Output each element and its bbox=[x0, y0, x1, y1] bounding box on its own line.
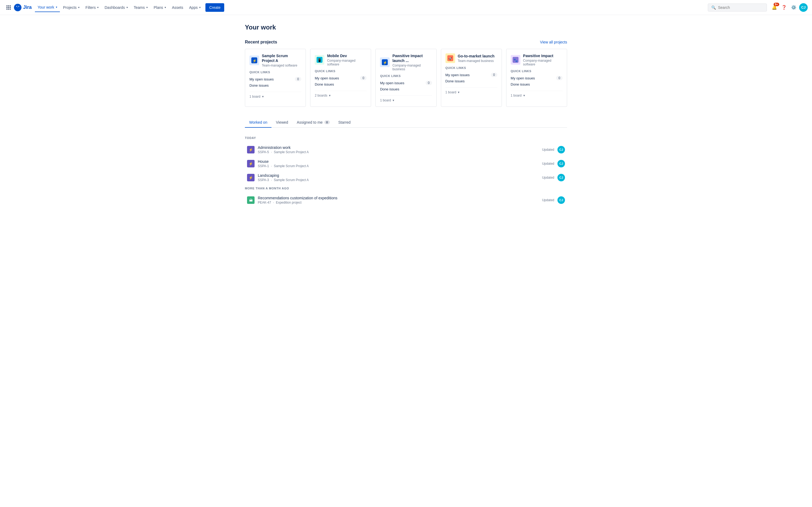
project-card-pil[interactable]: ⚡ Pawsitive Impact launch ... Company-ma… bbox=[375, 49, 436, 107]
work-item-status: Updated bbox=[542, 176, 554, 179]
work-item-info: House SSPA-1 · Sample Scrum Project A bbox=[258, 159, 542, 168]
my-open-issues-link[interactable]: My open issues 0 bbox=[249, 76, 301, 82]
boards-chevron: ▾ bbox=[393, 99, 394, 102]
project-card-gtm[interactable]: 🚀 Go-to-market launch Team-managed busin… bbox=[441, 49, 502, 107]
boards-chevron: ▾ bbox=[458, 91, 459, 94]
section-title: Recent projects bbox=[245, 40, 277, 45]
work-section-label: MORE THAN A MONTH AGO bbox=[245, 184, 567, 191]
quick-links-label: QUICK LINKS bbox=[446, 66, 497, 69]
project-boards[interactable]: 1 board ▾ bbox=[511, 91, 563, 97]
notifications-button[interactable]: 🔔 9+ bbox=[770, 3, 779, 12]
work-sections: TODAY ⚡ Administration work SSPA-5 · Sam… bbox=[245, 134, 567, 207]
my-open-issues-link[interactable]: My open issues 0 bbox=[446, 72, 497, 78]
svg-rect-6 bbox=[6, 9, 7, 10]
navbar: Jira Your work ▾Projects ▾Filters ▾Dashb… bbox=[0, 0, 812, 15]
help-button[interactable]: ❓ bbox=[780, 3, 789, 12]
nav-item-projects[interactable]: Projects ▾ bbox=[60, 3, 83, 12]
grid-menu-icon[interactable] bbox=[4, 3, 13, 12]
work-item-avatar: CJ bbox=[557, 174, 565, 181]
work-item-right: Updated CJ bbox=[542, 196, 565, 204]
boards-label: 1 board bbox=[511, 94, 522, 97]
work-item-name: Landscaping bbox=[258, 173, 542, 178]
nav-item-apps[interactable]: Apps ▾ bbox=[186, 3, 203, 12]
tab-starred[interactable]: Starred bbox=[334, 117, 355, 128]
work-item-sspa-1[interactable]: ⚡ House SSPA-1 · Sample Scrum Project A … bbox=[245, 157, 567, 171]
project-header: 🚀 Go-to-market launch Team-managed busin… bbox=[446, 53, 497, 63]
tab-assigned-to-me[interactable]: Assigned to me0 bbox=[292, 117, 334, 128]
page-title: Your work bbox=[245, 23, 567, 31]
project-card-pi[interactable]: 🐾 Pawsitive Impact Company-managed softw… bbox=[506, 49, 567, 107]
work-item-sspa-3[interactable]: ⚡ Landscaping SSPA-3 · Sample Scrum Proj… bbox=[245, 171, 567, 184]
quick-links-label: QUICK LINKS bbox=[249, 70, 301, 74]
my-open-issues-count: 0 bbox=[295, 77, 301, 81]
project-type: Company-managed business bbox=[392, 64, 432, 71]
work-item-icon-symbol: ⚡ bbox=[249, 162, 253, 166]
project-card-sspa[interactable]: ⚡ Sample Scrum Project A Team-managed so… bbox=[245, 49, 306, 107]
nav-item-teams[interactable]: Teams ▾ bbox=[131, 3, 150, 12]
main-content: Your work Recent projects View all proje… bbox=[234, 15, 578, 216]
work-item-peak-47[interactable]: 🏔 Recommendations customization of exped… bbox=[245, 193, 567, 207]
search-input[interactable] bbox=[718, 5, 763, 10]
settings-button[interactable]: ⚙️ bbox=[790, 3, 798, 12]
project-name: Sample Scrum Project A bbox=[262, 53, 301, 63]
my-open-issues-link[interactable]: My open issues 0 bbox=[511, 75, 563, 81]
work-item-project: Sample Scrum Project A bbox=[274, 164, 309, 168]
done-issues-link[interactable]: Done issues bbox=[380, 86, 432, 92]
project-card-mobiledev[interactable]: 📱 Mobile Dev Company-managed software QU… bbox=[310, 49, 371, 107]
work-item-key: SSPA-3 bbox=[258, 178, 269, 182]
work-item-meta: SSPA-3 · Sample Scrum Project A bbox=[258, 178, 542, 182]
work-item-icon: ⚡ bbox=[247, 146, 255, 154]
work-item-avatar: CJ bbox=[557, 160, 565, 167]
work-item-separator: · bbox=[271, 164, 272, 168]
my-open-issues-link[interactable]: My open issues 0 bbox=[315, 75, 366, 81]
done-issues-link[interactable]: Done issues bbox=[446, 78, 497, 84]
svg-text:⚡: ⚡ bbox=[383, 61, 388, 65]
search-icon: 🔍 bbox=[711, 5, 716, 10]
project-icon: 🚀 bbox=[446, 53, 455, 63]
tab-viewed[interactable]: Viewed bbox=[271, 117, 292, 128]
project-header: 🐾 Pawsitive Impact Company-managed softw… bbox=[511, 53, 563, 66]
tabs-row: Worked onViewedAssigned to me0Starred bbox=[245, 117, 567, 127]
work-item-icon-symbol: ⚡ bbox=[249, 176, 253, 180]
nav-item-assets[interactable]: Assets bbox=[169, 3, 186, 12]
work-item-icon: ⚡ bbox=[247, 160, 255, 167]
done-issues-link[interactable]: Done issues bbox=[315, 81, 366, 88]
recent-projects-section: Recent projects View all projects ⚡ Samp… bbox=[245, 40, 567, 107]
project-boards[interactable]: 1 board ▾ bbox=[249, 92, 301, 99]
boards-label: 1 board bbox=[380, 99, 391, 102]
project-boards[interactable]: 2 boards ▾ bbox=[315, 91, 366, 97]
my-open-issues-link[interactable]: My open issues 0 bbox=[380, 80, 432, 86]
boards-chevron: ▾ bbox=[329, 94, 331, 97]
done-issues-link[interactable]: Done issues bbox=[249, 82, 301, 89]
done-issues-text: Done issues bbox=[446, 79, 465, 83]
search-bar[interactable]: 🔍 bbox=[708, 3, 767, 11]
create-button[interactable]: Create bbox=[205, 3, 224, 12]
my-open-issues-text: My open issues bbox=[249, 77, 273, 81]
boards-chevron: ▾ bbox=[523, 94, 525, 97]
nav-item-plans[interactable]: Plans ▾ bbox=[151, 3, 169, 12]
user-avatar[interactable]: CJ bbox=[799, 3, 808, 12]
nav-item-filters[interactable]: Filters ▾ bbox=[83, 3, 101, 12]
done-issues-link[interactable]: Done issues bbox=[511, 81, 563, 88]
quick-links-label: QUICK LINKS bbox=[511, 69, 563, 73]
work-item-name: House bbox=[258, 159, 542, 164]
svg-text:🚀: 🚀 bbox=[448, 57, 452, 61]
project-type: Company-managed software bbox=[327, 59, 366, 66]
tab-label: Worked on bbox=[249, 120, 267, 124]
project-boards[interactable]: 1 board ▾ bbox=[446, 88, 497, 94]
nav-item-your-work[interactable]: Your work ▾ bbox=[35, 3, 60, 12]
tab-worked-on[interactable]: Worked on bbox=[245, 117, 271, 128]
work-item-project: Sample Scrum Project A bbox=[274, 150, 309, 154]
nav-item-dashboards[interactable]: Dashboards ▾ bbox=[102, 3, 131, 12]
jira-logo[interactable]: Jira bbox=[14, 4, 32, 11]
section-header: Recent projects View all projects bbox=[245, 40, 567, 45]
project-name: Mobile Dev bbox=[327, 53, 366, 58]
svg-rect-8 bbox=[10, 9, 11, 10]
work-section-label: TODAY bbox=[245, 134, 567, 140]
work-item-sspa-5[interactable]: ⚡ Administration work SSPA-5 · Sample Sc… bbox=[245, 143, 567, 157]
boards-label: 1 board bbox=[249, 95, 260, 99]
quick-links-label: QUICK LINKS bbox=[380, 74, 432, 77]
view-all-projects-link[interactable]: View all projects bbox=[540, 40, 567, 44]
project-boards[interactable]: 1 board ▾ bbox=[380, 96, 432, 102]
work-item-separator: · bbox=[273, 201, 274, 205]
